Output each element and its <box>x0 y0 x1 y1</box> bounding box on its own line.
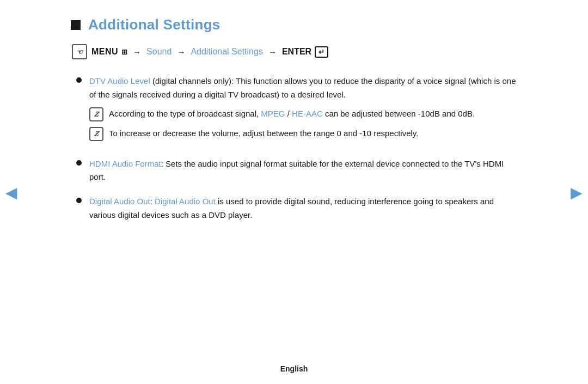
note-icon: 𝒁 <box>89 107 103 121</box>
menu-icon: ☜ <box>72 44 87 59</box>
digital-colon: : <box>150 197 155 206</box>
list-item: DTV Audio Level (digital channels only):… <box>76 75 517 147</box>
page-title: Additional Settings <box>88 16 220 33</box>
list-item: HDMI Audio Format: Sets the audio input … <box>76 157 517 185</box>
dtv-content: DTV Audio Level (digital channels only):… <box>89 75 517 147</box>
bullet-dot-icon <box>76 198 82 203</box>
left-arrow-button[interactable]: ◀ <box>5 183 17 201</box>
bullet-list: DTV Audio Level (digital channels only):… <box>76 75 517 222</box>
list-item: Digital Audio Out: Digital Audio Out is … <box>76 195 517 222</box>
dtv-term: DTV Audio Level <box>89 76 150 86</box>
bullet-dot-icon <box>76 77 82 83</box>
digital-highlight-mid: Digital Audio Out <box>155 197 216 206</box>
bullet-dot-icon <box>76 160 82 166</box>
note-item: 𝒁 According to the type of broadcast sig… <box>89 107 517 121</box>
menu-grid-icon: ⊞ <box>121 48 127 56</box>
digital-term: Digital Audio Out <box>89 197 150 206</box>
menu-label: MENU <box>91 47 118 57</box>
note-icon: 𝒁 <box>89 127 103 141</box>
title-square-icon <box>71 20 81 30</box>
note-text-2: To increase or decrease the volume, adju… <box>109 127 418 141</box>
nav-arrow-2: → <box>177 47 185 57</box>
nav-arrow-1: → <box>133 47 141 57</box>
hdmi-content: HDMI Audio Format: Sets the audio input … <box>89 157 517 185</box>
main-content: Additional Settings ☜ MENU ⊞ → Sound → A… <box>27 0 561 249</box>
nav-enter: ENTER <box>282 47 311 57</box>
note-item: 𝒁 To increase or decrease the volume, ad… <box>89 127 517 141</box>
nav-arrow-3: → <box>268 47 277 57</box>
menu-nav-row: ☜ MENU ⊞ → Sound → Additional Settings →… <box>72 44 517 59</box>
dtv-notes: 𝒁 According to the type of broadcast sig… <box>89 107 517 141</box>
note-text-1: According to the type of broadcast signa… <box>109 107 475 121</box>
footer-language: English <box>280 364 308 373</box>
dtv-body: (digital channels only): This function a… <box>89 76 516 99</box>
nav-sound: Sound <box>146 47 171 57</box>
nav-additional-settings: Additional Settings <box>191 47 263 57</box>
enter-icon: ↵ <box>315 46 328 58</box>
digital-content: Digital Audio Out: Digital Audio Out is … <box>89 195 517 222</box>
hdmi-term: HDMI Audio Format <box>89 159 161 168</box>
right-arrow-button[interactable]: ▶ <box>571 183 583 201</box>
title-row: Additional Settings <box>71 16 517 33</box>
